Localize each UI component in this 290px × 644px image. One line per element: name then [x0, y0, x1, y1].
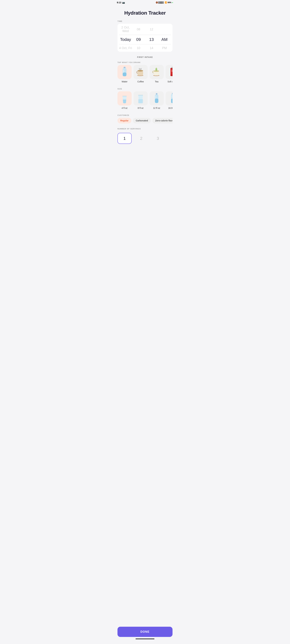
- time-min-active: 13: [145, 37, 158, 42]
- drink-label-coffee: Coffee: [138, 80, 144, 83]
- svg-rect-24: [156, 96, 156, 98]
- svg-rect-23: [155, 98, 158, 103]
- battery-dot: ●: [172, 2, 173, 4]
- size-icon-8oz: [134, 91, 148, 106]
- main-content: Hydration Tracker TIME 2 Oct, Wed 08 12 …: [114, 4, 176, 166]
- svg-rect-0: [124, 67, 126, 68]
- drink-icon-water: [118, 65, 132, 79]
- svg-rect-3: [123, 70, 124, 73]
- time-ampm-active: AM: [158, 37, 171, 42]
- time-label: TIME: [118, 20, 172, 22]
- customize-label: CUSTOMIZE: [118, 114, 172, 116]
- svg-point-6: [138, 70, 143, 72]
- size-section-label: SIZE: [118, 88, 172, 90]
- servings-scroll: 1 2 3: [118, 131, 172, 146]
- status-time-area: 9:13 📷: [117, 1, 125, 4]
- camera-icon: 📷: [122, 1, 125, 4]
- drink-section: TAP WHAT YOU DRANK Water: [118, 62, 172, 84]
- time-hour-active: 09: [132, 37, 145, 42]
- time-row-future: 4 Oct, Fri 10 14 PM: [119, 44, 171, 52]
- size-item-8oz[interactable]: 8 fl oz: [134, 91, 148, 109]
- size-item-12oz[interactable]: 12 fl oz: [150, 91, 164, 109]
- time-picker[interactable]: 2 Oct, Wed 08 12 Today 09 13 AM 4 Oct, F…: [118, 24, 172, 52]
- drink-label-water: Water: [122, 80, 128, 83]
- battery-label: 66%: [168, 2, 172, 4]
- size-label-16oz: 16.9 fl oz: [168, 107, 172, 109]
- svg-rect-28: [172, 95, 172, 98]
- drink-icon-coffee: [134, 65, 148, 79]
- svg-rect-16: [172, 67, 172, 67]
- size-section: SIZE 4 fl oz: [118, 88, 172, 110]
- status-time: 9:13: [117, 1, 121, 4]
- size-item-4oz[interactable]: 4 fl oz: [118, 91, 132, 109]
- size-label-12oz: 12 fl oz: [153, 107, 160, 109]
- time-min-past: 12: [145, 28, 158, 31]
- chip-carbonated[interactable]: Carbonated: [133, 118, 151, 124]
- wifi-icon: 📶: [165, 2, 167, 4]
- time-section: TIME 2 Oct, Wed 08 12 Today 09 13 AM 4 O…: [118, 20, 172, 52]
- status-icons: 🔕 ▌▌▌▌ 📶 66% ●: [156, 2, 173, 4]
- size-item-16oz[interactable]: 16.9 fl oz: [166, 91, 172, 109]
- chip-regular[interactable]: Regular: [118, 118, 131, 124]
- time-day-active: Today: [119, 37, 132, 42]
- page-title: Hydration Tracker: [118, 10, 172, 16]
- servings-section: NUMBER OF SERVINGS 1 2 3: [118, 128, 172, 146]
- size-icon-16oz: [166, 91, 172, 106]
- time-hour-past: 08: [132, 28, 145, 31]
- drink-icon-tea: [150, 65, 164, 79]
- time-ampm-future: PM: [158, 46, 171, 50]
- size-icon-4oz: [118, 91, 132, 106]
- customize-chips: Regular Carbonated Zero-calorie flavored…: [118, 118, 172, 124]
- svg-rect-17: [172, 70, 172, 72]
- drink-item-water[interactable]: Water: [118, 65, 132, 83]
- time-day-future: 4 Oct, Fri: [119, 46, 132, 50]
- drink-section-label: TAP WHAT YOU DRANK: [118, 62, 172, 63]
- servings-label: NUMBER OF SERVINGS: [118, 128, 172, 130]
- time-min-future: 14: [145, 46, 158, 50]
- mute-icon: 🔕: [156, 2, 158, 4]
- time-row-past: 2 Oct, Wed 08 12: [119, 24, 171, 35]
- svg-rect-27: [171, 99, 172, 103]
- size-label-4oz: 4 fl oz: [122, 107, 128, 109]
- drink-icon-softdrinks: [166, 65, 172, 79]
- chip-zero-calorie[interactable]: Zero-calorie flavored: [152, 118, 172, 124]
- time-hour-future: 10: [132, 46, 145, 50]
- drink-item-softdrinks[interactable]: Soft drinks: [166, 65, 172, 83]
- svg-rect-21: [156, 93, 158, 94]
- drink-item-coffee[interactable]: Coffee: [134, 65, 148, 83]
- serving-item-1[interactable]: 1: [118, 133, 132, 144]
- signal-icon: ▌▌▌▌: [159, 2, 164, 4]
- svg-rect-20: [138, 99, 143, 103]
- svg-rect-14: [170, 74, 172, 76]
- serving-item-3[interactable]: 3: [151, 133, 165, 144]
- drink-scroll: Water Coffee: [118, 65, 172, 84]
- status-bar: 9:13 📷 🔕 ▌▌▌▌ 📶 66% ●: [114, 0, 176, 4]
- customize-section: CUSTOMIZE Regular Carbonated Zero-calori…: [118, 114, 172, 124]
- time-row-active[interactable]: Today 09 13 AM: [119, 35, 171, 44]
- drink-item-tea[interactable]: Tea: [150, 65, 164, 83]
- svg-rect-2: [123, 72, 126, 76]
- size-scroll: 4 fl oz 8 fl oz: [118, 91, 172, 110]
- first-intake-label: FIRST INTAKE: [118, 56, 172, 58]
- svg-rect-25: [172, 93, 172, 94]
- serving-item-2[interactable]: 2: [134, 133, 148, 144]
- size-icon-12oz: [150, 91, 164, 106]
- time-day-past: 2 Oct, Wed: [119, 26, 132, 33]
- size-label-8oz: 8 fl oz: [138, 107, 144, 109]
- drink-label-softdrinks: Soft drinks: [168, 80, 172, 83]
- drink-label-tea: Tea: [155, 80, 158, 83]
